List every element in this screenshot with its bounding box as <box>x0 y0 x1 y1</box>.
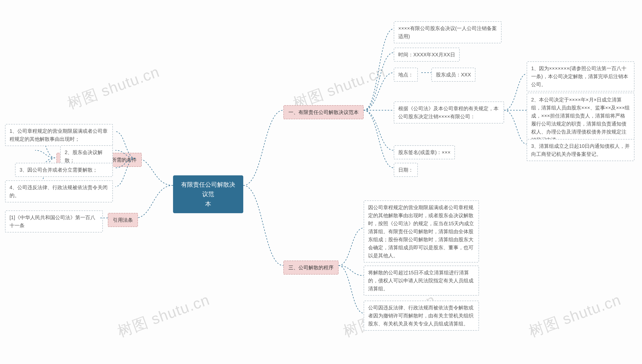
s1-item-time[interactable]: 时间：XXXX年XX月XX日 <box>394 48 460 62</box>
s1-item-date[interactable]: 日期： <box>394 163 418 177</box>
s2-item-4[interactable]: 4、公司违反法律、行政法规被依法责令关闭的。 <box>5 180 113 202</box>
s2-item-3[interactable]: 3、因公司合并或者分立需要解散； <box>15 163 113 177</box>
root-node[interactable]: 有限责任公司解散决议范 本 <box>173 175 243 213</box>
s1-detail-2[interactable]: 2、本公司决定于××××年×月×日成立清算组，清算组人员由股东×××、监事××及… <box>527 93 634 147</box>
s1-item-shareholders[interactable]: 股东成员：XXX <box>431 68 475 82</box>
watermark: 树图 shutu.cn <box>526 290 624 342</box>
root-line2: 本 <box>205 200 211 207</box>
s1-item-resolution-header[interactable]: ××××有限公司股东会决议(一人公司注销备案适用) <box>394 21 502 43</box>
s3-item-1[interactable]: 因公司章程规定的营业期限届满或者公司章程规定的其他解散事由出现时，或者股东会决议… <box>364 200 479 263</box>
watermark: 树图 shutu.cn <box>65 62 163 114</box>
s1-item-basis[interactable]: 根据《公司法》及本公司章程的有关规定，本公司股东决定注销××××有限公司： <box>394 101 504 124</box>
s3-item-2[interactable]: 将解散的公司超过15日不成立清算组进行清算的，债权人可以申请人民法院指定有关人员… <box>364 266 479 296</box>
s1-detail-3[interactable]: 3、清算组成立之日起10日内通知债权人，并向工商登记机关办理备案登记。 <box>527 139 634 161</box>
s4-item-1[interactable]: [1]《中华人民共和国公司法》第一百八十一条 <box>5 210 103 232</box>
s1-detail-1[interactable]: 1、因为×××××××(请参照公司法第一百八十一条)，本公司决定解散，清算完毕后… <box>527 61 634 91</box>
s1-item-location[interactable]: 地点： <box>394 68 418 82</box>
watermark: 树图 shutu.cn <box>115 290 213 342</box>
section-1-title[interactable]: 一、有限责任公司解散决议范本 <box>283 105 364 119</box>
root-line1: 有限责任公司解散决议范 <box>181 181 235 197</box>
s1-item-signature[interactable]: 股东签名(或盖章)：××× <box>394 145 455 159</box>
section-3-title[interactable]: 三、公司解散的程序 <box>283 261 339 275</box>
s2-item-1[interactable]: 1、公司章程规定的营业期限届满或者公司章程规定的其他解散事由出现时； <box>5 124 113 146</box>
s3-item-3[interactable]: 公司因违反法律、行政法规而被依法责令解散或者因为撤销许可而解散时，由有关主管机关… <box>364 301 479 331</box>
section-4-title[interactable]: 引用法条 <box>108 213 138 227</box>
